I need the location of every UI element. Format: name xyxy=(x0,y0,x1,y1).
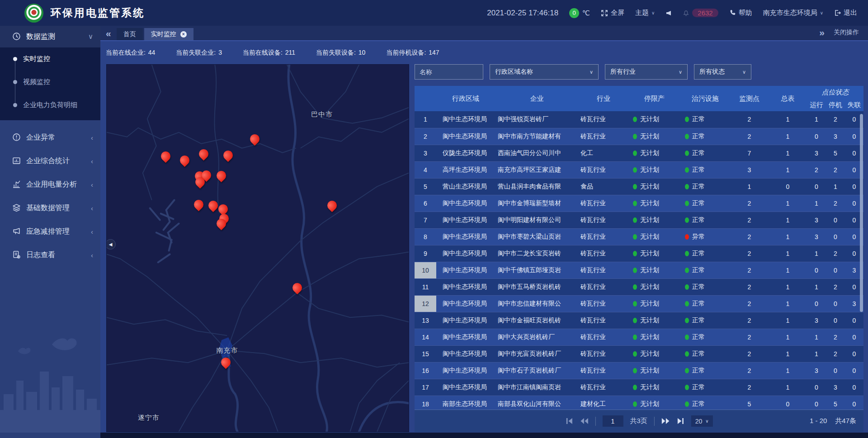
row-industry: 砖瓦行业 xyxy=(579,161,628,178)
table-row[interactable]: 11阆中生态环境局阆中市五马桥页岩机砖砖瓦行业无计划正常21120 xyxy=(415,278,863,295)
row-stopped: 2 xyxy=(826,278,845,295)
status-dot-green-icon xyxy=(685,268,689,273)
table-row[interactable]: 4高坪生态环境局南充市高坪区王家店建砖瓦行业无计划正常31220 xyxy=(415,161,863,178)
status-dot-green-icon xyxy=(633,134,637,139)
row-region: 阆中生态环境局 xyxy=(436,262,495,278)
table-row[interactable]: 9阆中生态环境局阆中市二龙长宝页岩砖砖瓦行业无计划正常21120 xyxy=(415,245,863,262)
row-stopped: 2 xyxy=(826,245,845,262)
sidebar-item-1[interactable]: 企业异常‹ xyxy=(0,126,100,149)
notification-count-badge: 2632 xyxy=(692,9,718,17)
sidebar-item-5[interactable]: 应急减排管理‹ xyxy=(0,220,100,243)
next-page-button[interactable] xyxy=(661,418,670,424)
row-region: 阆中生态环境局 xyxy=(436,379,495,396)
tabs-scroll-left-icon[interactable]: « xyxy=(106,28,111,38)
sidebar-subitem[interactable]: 企业电力负荷明细 xyxy=(0,94,100,117)
col-company: 企业 xyxy=(495,86,579,111)
table-row[interactable]: 18南部生态环境局南部县双化山河有限公建材化工无计划正常50050 xyxy=(415,396,863,410)
table-row[interactable]: 5营山生态环境局营山县润丰肉食品有限食品无计划正常10010 xyxy=(415,178,863,195)
row-industry: 砖瓦行业 xyxy=(579,195,628,212)
row-stopped: 2 xyxy=(826,111,845,128)
table-row[interactable]: 17阆中生态环境局阆中市江南镇阆南页岩砖瓦行业无计划正常21030 xyxy=(415,379,863,396)
row-region: 阆中生态环境局 xyxy=(436,128,495,145)
region-select[interactable]: 行政区域名称 ∨ xyxy=(490,64,599,80)
industry-select[interactable]: 所有行业 ∨ xyxy=(605,64,688,80)
row-production-status: 无计划 xyxy=(628,161,680,178)
table-row[interactable]: 15阆中生态环境局阆中市光富页岩机砖厂砖瓦行业无计划正常21120 xyxy=(415,345,863,362)
logout-button[interactable]: 退出 xyxy=(834,9,857,17)
sidebar-item-6[interactable]: 日志查看‹ xyxy=(0,243,100,267)
row-stopped: 2 xyxy=(826,329,845,345)
row-meters: 1 xyxy=(769,111,807,128)
row-company: 阆中市忠信建材有限公 xyxy=(495,295,579,312)
first-page-icon xyxy=(565,418,573,424)
sidebar-subitem[interactable]: 实时监控 xyxy=(0,47,100,71)
row-region: 仪陇生态环境局 xyxy=(436,145,495,161)
sound-mute-button[interactable] xyxy=(665,10,672,16)
sidebar-item-label: 日志查看 xyxy=(26,250,55,260)
table-row[interactable]: 2阆中生态环境局阆中市南方节能建材有砖瓦行业无计划正常21030 xyxy=(415,128,863,145)
filter-row: 行政区域名称 ∨ 所有行业 ∨ 所有状态 ∨ xyxy=(415,64,863,80)
theme-menu[interactable]: 主题 ∨ xyxy=(635,9,655,17)
table-row[interactable]: 12阆中生态环境局阆中市忠信建材有限公砖瓦行业无计划正常21003 xyxy=(415,295,863,312)
chevron-collapsed-icon: ‹ xyxy=(91,157,93,165)
stat-label: 当前在线设备: xyxy=(243,49,284,56)
stats-bar: 当前在线企业: 44当前失联企业: 3当前在线设备: 211当前失联设备: 10… xyxy=(100,41,868,64)
page-size-select[interactable]: 20 ∨ xyxy=(691,415,713,427)
table-row[interactable]: 8阆中生态环境局阆中市枣碧大梁山页岩砖瓦行业无计划异常21300 xyxy=(415,228,863,245)
row-industry: 建材化工 xyxy=(579,396,628,410)
map-canvas[interactable]: ◀ 巴中市南充市遂宁市 xyxy=(106,64,409,432)
datetime: 2021-02-25 17:46:18 xyxy=(487,9,558,18)
tabs-scroll-right-icon[interactable]: » xyxy=(819,28,825,37)
row-offline: 0 xyxy=(845,396,863,410)
sidebar-item-2[interactable]: 企业综合统计‹ xyxy=(0,149,100,173)
table-row[interactable]: 3仪陇生态环境局西南油气田分公司川中化工无计划正常71350 xyxy=(415,145,863,161)
org-menu[interactable]: 南充市生态环境局 ∨ xyxy=(763,9,823,17)
table-row[interactable]: 1阆中生态环境局阆中强锐页岩砖厂砖瓦行业无计划正常21120 xyxy=(415,111,863,128)
map-city-label: 南充市 xyxy=(217,346,238,354)
sidebar-subitem[interactable]: 视频监控 xyxy=(0,71,100,94)
table-row[interactable]: 13阆中生态环境局阆中市金福旺页岩机砖砖瓦行业无计划正常21300 xyxy=(415,312,863,329)
prev-page-button[interactable] xyxy=(580,418,588,424)
table-body: 1阆中生态环境局阆中强锐页岩砖厂砖瓦行业无计划正常211202阆中生态环境局阆中… xyxy=(415,111,863,410)
tab-home[interactable]: 首页 xyxy=(117,28,143,40)
chevron-down-icon: ∨ xyxy=(651,10,655,15)
status-select[interactable]: 所有状态 ∨ xyxy=(694,64,751,80)
row-production-status: 无计划 xyxy=(628,278,680,295)
table-row[interactable]: 10阆中生态环境局阆中千佛镇五郎垭页岩砖瓦行业无计划正常21003 xyxy=(415,262,863,278)
row-seq: 15 xyxy=(415,345,436,362)
row-points: 2 xyxy=(730,278,769,295)
table-scrollbar[interactable] xyxy=(860,114,863,312)
name-search-input[interactable] xyxy=(415,64,483,80)
row-facility-status: 异常 xyxy=(680,228,730,245)
row-facility-status: 正常 xyxy=(680,379,730,396)
row-stopped: 0 xyxy=(826,362,845,379)
table-row[interactable]: 14阆中生态环境局阆中大兴页岩机砖厂砖瓦行业无计划正常21120 xyxy=(415,329,863,345)
close-operations-button[interactable]: 关闭操作 xyxy=(834,28,859,37)
row-meters: 1 xyxy=(769,379,807,396)
status-dot-green-icon xyxy=(685,385,689,390)
notifications[interactable]: 2632 xyxy=(683,9,718,17)
row-facility-status: 正常 xyxy=(680,195,730,212)
last-page-button[interactable] xyxy=(677,418,684,424)
table-row[interactable]: 6阆中生态环境局阆中市金博瑞新型墙材砖瓦行业无计划正常21120 xyxy=(415,195,863,212)
row-meters: 0 xyxy=(769,178,807,195)
row-points: 2 xyxy=(730,245,769,262)
close-tab-icon[interactable]: × xyxy=(180,31,187,38)
sidebar-item-0[interactable]: 数据监测∨ xyxy=(0,26,100,47)
sidebar-item-3[interactable]: 企业用电量分析‹ xyxy=(0,173,100,196)
first-page-button[interactable] xyxy=(565,418,573,424)
tab-realtime-monitor[interactable]: 实时监控 × xyxy=(144,28,193,40)
sidebar-item-label: 企业用电量分析 xyxy=(26,180,77,189)
help-button[interactable]: 帮助 xyxy=(729,9,752,17)
table-row[interactable]: 16阆中生态环境局阆中市石子页岩机砖厂砖瓦行业无计划正常21300 xyxy=(415,362,863,379)
row-stopped: 5 xyxy=(826,145,845,161)
row-running: 0 xyxy=(807,178,826,195)
row-running: 1 xyxy=(807,278,826,295)
table-row[interactable]: 7阆中生态环境局阆中明阳建材有限公司砖瓦行业无计划正常21300 xyxy=(415,212,863,228)
sidebar-item-4[interactable]: 基础数据管理‹ xyxy=(0,196,100,220)
fullscreen-button[interactable]: 全屏 xyxy=(601,9,624,17)
stat-value: 3 xyxy=(218,49,222,56)
row-meters: 1 xyxy=(769,345,807,362)
map-roads-decoration xyxy=(107,65,409,432)
page-number-input[interactable] xyxy=(602,415,623,427)
